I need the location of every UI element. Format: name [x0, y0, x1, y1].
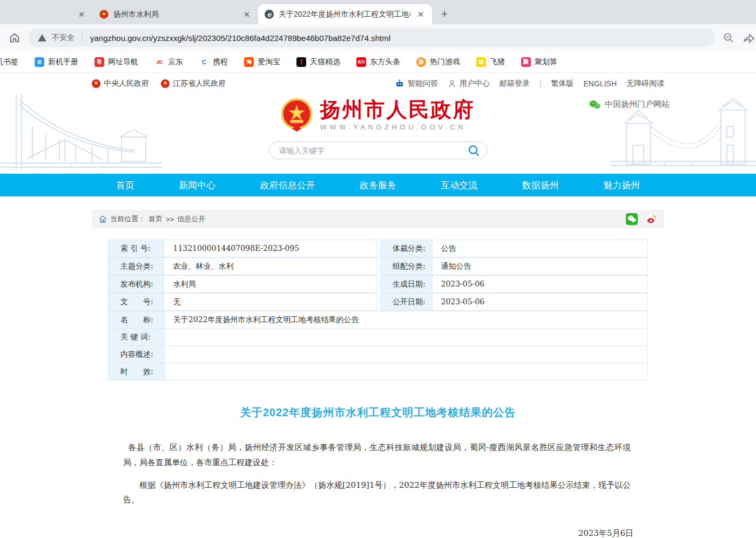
taobao-icon: 淘 [244, 57, 254, 67]
article-date: 2023年5月6日 [92, 528, 664, 538]
breadcrumb-home-link[interactable]: 首页 [148, 214, 163, 224]
bookmark-item[interactable]: 东方 东方头条 [356, 57, 400, 67]
divider [82, 33, 83, 43]
url-bar[interactable]: 不安全 yangzhou.gov.cn/yzszxxgk/slj/202305/… [28, 29, 715, 47]
meta-row: 主题分类: 农业、林业、水利 组配分类: 通知公告 [108, 258, 648, 276]
user-icon [448, 79, 456, 88]
site-title: 扬州市人民政府 [320, 99, 475, 121]
meta-row: 文 号: 无 公开日期: 2023-05-06 [108, 294, 648, 311]
meta-label: 生成日期: [380, 275, 433, 293]
accessible-link[interactable]: 无障碍阅读 [626, 79, 664, 88]
bookmark-item[interactable]: 游 热门游戏 [416, 57, 460, 67]
url-text[interactable]: yangzhou.gov.cn/yzszxxgk/slj/202305/210c… [90, 33, 390, 43]
meta-value: 11321000014407098E-2023-095 [164, 240, 377, 257]
browser-tab-strip: ✕ ★ 扬州市水利局 ✕ e 关于2022年度扬州市水利工程文明工地考 ✕ + [0, 0, 756, 24]
security-label: 不安全 [52, 33, 75, 43]
link-central-government[interactable]: ★ 中央人民政府 [92, 79, 149, 88]
nav-charm[interactable]: 魅力扬州 [603, 179, 640, 192]
bookmark-label: 京东 [168, 57, 183, 67]
english-link[interactable]: ENGLISH [584, 79, 617, 88]
portal-label: 中国扬州门户网站 [605, 99, 670, 110]
portal-link[interactable]: 中国扬州门户网站 [589, 99, 670, 110]
tab-active-announcement[interactable]: e 关于2022年度扬州市水利工程文明工地考 ✕ [258, 4, 432, 24]
home-icon[interactable] [8, 31, 22, 45]
nav-home[interactable]: 首页 [116, 179, 134, 192]
bookmark-item[interactable]: T 天猫精选 [296, 57, 340, 67]
bookmarks-bar: 机书签 ≣ 新机手册 导 网址导航 JD 京东 C 携程 淘 爱淘宝 T 天猫精… [0, 51, 756, 73]
meta-row: 名 称: 关于2022年度扬州市水利工程文明工地考核结果的公告 [108, 311, 648, 329]
nav-info-disclosure[interactable]: 政府信息公开 [260, 179, 315, 192]
bookmark-label: 爱淘宝 [258, 57, 280, 67]
meta-label: 体裁分类: [380, 240, 433, 257]
tab-shuiliju[interactable]: ★ 扬州市水利局 ✕ [93, 4, 258, 24]
juhuasuan-icon: 聚 [521, 57, 531, 67]
share-icon[interactable] [742, 31, 756, 45]
browser-toolbar: 不安全 yangzhou.gov.cn/yzszxxgk/slj/202305/… [0, 24, 756, 51]
meta-value: 2023-05-06 [432, 293, 649, 311]
bookmark-item[interactable]: JD 京东 [154, 57, 183, 67]
article-paragraph: 根据《扬州市水利工程文明工地建设管理办法》（扬水规[2019]1号），2022年… [123, 478, 631, 508]
home-icon [99, 215, 107, 223]
wechat-share-icon[interactable] [626, 213, 638, 225]
meta-label: 组配分类: [380, 257, 433, 275]
breadcrumb-current-link[interactable]: 信息公开 [177, 214, 205, 224]
breadcrumb: 当前位置： 首页 >> 信息公开 [92, 210, 664, 228]
meta-value: 农业、林业、水利 [164, 257, 377, 275]
close-icon[interactable]: ✕ [416, 10, 426, 19]
bookmark-item[interactable]: 猪 飞猪 [476, 57, 505, 67]
meta-row: 索 引 号: 11321000014407098E-2023-095 体裁分类:… [108, 240, 648, 258]
article: 关于2022年度扬州市水利工程文明工地考核结果的公告 各县（市、区）水利（务）局… [92, 405, 664, 538]
weibo-share-icon[interactable] [645, 213, 657, 225]
nav-news[interactable]: 新闻中心 [179, 179, 215, 192]
bookmark-item[interactable]: C 携程 [199, 57, 228, 67]
site-logo[interactable]: 扬州市人民政府 WWW.YANGZHOU.GOV.CN [281, 98, 475, 132]
mail-login-link[interactable]: 邮箱登录 [500, 79, 530, 88]
bookmark-item[interactable]: 聚 聚划算 [521, 57, 557, 67]
meta-label: 文 号: [108, 293, 164, 311]
meta-label: 名 称: [108, 311, 165, 329]
meta-label: 主题分类: [108, 257, 164, 275]
bookmark-label: 新机手册 [48, 57, 78, 67]
page-main: 当前位置： 首页 >> 信息公开 [0, 210, 756, 538]
search-bar[interactable] [269, 141, 488, 159]
game-icon: 游 [416, 57, 426, 67]
nav-services[interactable]: 政务服务 [360, 179, 396, 192]
emblem-icon: ★ [161, 79, 170, 88]
meta-row: 内容概述: [108, 346, 648, 363]
meta-row: 关 键 词: [108, 329, 648, 346]
site-utility-bar: ★ 中央人民政府 ★ 江苏省人民政府 智能问答 [0, 73, 756, 94]
search-input[interactable] [279, 146, 468, 155]
tab-partial[interactable]: ✕ [0, 4, 93, 24]
bookmark-item[interactable]: 机书签 [0, 57, 18, 67]
zoom-out-icon[interactable] [721, 31, 735, 45]
wechat-icon [589, 100, 600, 110]
bookmark-item[interactable]: 淘 爱淘宝 [244, 57, 280, 67]
meta-value: 通知公告 [432, 257, 649, 275]
close-icon[interactable]: ✕ [77, 10, 86, 19]
user-center-link[interactable]: 用户中心 [448, 79, 490, 88]
close-icon[interactable]: ✕ [242, 10, 252, 19]
nav-interaction[interactable]: 互动交流 [441, 179, 477, 192]
fliggy-icon: 猪 [476, 57, 486, 67]
tab-title: 关于2022年度扬州市水利工程文明工地考 [279, 10, 411, 19]
meta-row: 发布机构: 水利局 生成日期: 2023-05-06 [108, 276, 648, 294]
warning-icon[interactable] [37, 31, 48, 45]
bookmark-item[interactable]: ≣ 新机手册 [35, 57, 78, 67]
bridge-artwork-left [0, 94, 162, 174]
traditional-link[interactable]: 繁体版 [551, 79, 574, 88]
nav-data[interactable]: 数据扬州 [522, 179, 559, 192]
bookmark-label: 东方头条 [370, 57, 400, 67]
new-tab-button[interactable]: + [436, 6, 453, 22]
meta-label: 公开日期: [380, 293, 433, 311]
bookmark-label: 聚划算 [535, 57, 557, 67]
bookmark-label: 天猫精选 [310, 57, 340, 67]
search-icon[interactable] [468, 144, 481, 157]
article-title: 关于2022年度扬州市水利工程文明工地考核结果的公告 [92, 405, 664, 420]
link-jiangsu-government[interactable]: ★ 江苏省人民政府 [161, 79, 226, 88]
meta-value [164, 345, 648, 363]
meta-value: 公告 [432, 240, 649, 257]
bookmark-item[interactable]: 导 网址导航 [94, 57, 138, 67]
smart-qa-link[interactable]: 智能问答 [395, 79, 438, 88]
meta-label: 内容概述: [108, 345, 165, 363]
meta-value: 关于2022年度扬州市水利工程文明工地考核结果的公告 [164, 311, 648, 329]
